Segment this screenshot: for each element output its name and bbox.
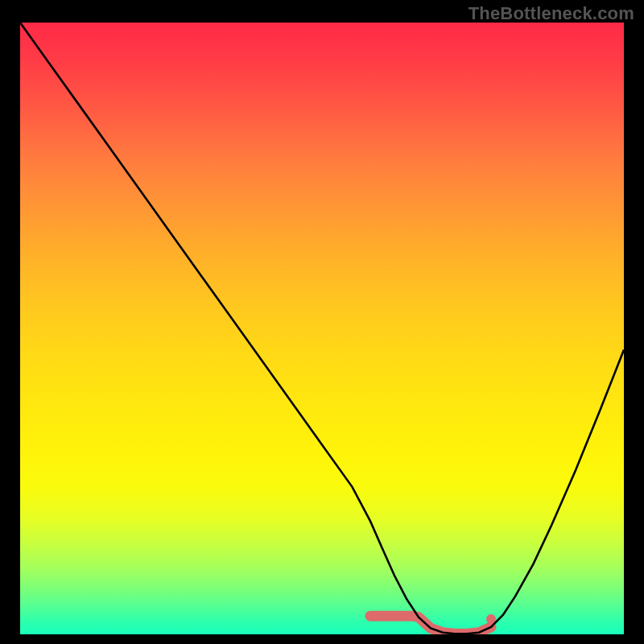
main-curve xyxy=(20,23,624,634)
accent-band xyxy=(370,616,491,634)
plot-area xyxy=(20,23,624,634)
curve-layer xyxy=(20,23,624,634)
watermark-text: TheBottleneck.com xyxy=(469,3,634,24)
chart-frame: TheBottleneck.com xyxy=(0,0,644,644)
